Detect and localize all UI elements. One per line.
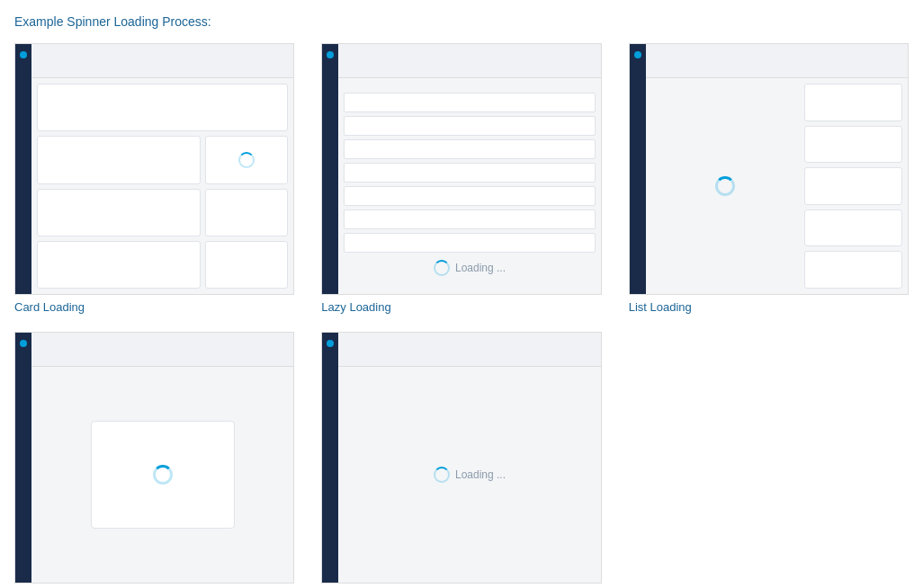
fullscreen-loading-row: Loading ... (434, 467, 506, 483)
lazy-row-2 (344, 116, 595, 136)
lazy-layout: Loading ... (338, 78, 600, 294)
card-loading-label: Card Loading (14, 300, 294, 314)
card-layout (31, 78, 293, 294)
lazy-loading-text: Loading ... (455, 262, 506, 274)
card-row-3 (37, 189, 288, 236)
preview-content-lazy: Loading ... (338, 78, 600, 294)
nav-dot (20, 51, 27, 58)
fullscreen-layout: Loading ... (338, 367, 600, 583)
card-box-bot-left (37, 241, 201, 289)
list-item-1 (804, 84, 902, 121)
modal-layout (31, 367, 293, 583)
lazy-loading-label: Lazy Loading (321, 300, 601, 314)
list-item-3 (804, 167, 902, 205)
card-box-spinner (205, 136, 288, 183)
modal-loading-preview (14, 332, 294, 584)
preview-header (31, 44, 293, 78)
fullscreen-loading-text: Loading ... (455, 468, 506, 481)
modal-spinner (153, 465, 173, 485)
card-box-mid-right (205, 189, 288, 236)
preview-header-list (646, 44, 908, 78)
preview-header-lazy (338, 44, 600, 78)
modal-loading-item: Modal Loading (14, 332, 294, 588)
page-title: Example Spinner Loading Process: (14, 14, 909, 29)
list-item-2 (804, 126, 902, 164)
list-item-5 (804, 251, 902, 289)
card-box-left (37, 136, 201, 183)
fullscreen-loading-preview: Loading ... (321, 332, 601, 584)
card-row-1 (37, 84, 288, 131)
nav-bar-lazy (322, 44, 338, 294)
card-loading-preview (14, 43, 294, 295)
card-loading-item: Card Loading (14, 43, 294, 314)
lazy-loading-item: Loading ... Lazy Loading (321, 43, 601, 314)
nav-dot-lazy (327, 51, 334, 58)
nav-bar (15, 44, 31, 294)
card-box-bot-right (205, 241, 288, 289)
preview-header-fullscreen (338, 333, 600, 367)
preview-content-modal (31, 367, 293, 583)
nav-bar-list (630, 44, 646, 294)
card-row-4 (37, 241, 288, 289)
modal-box (91, 421, 235, 529)
list-spinner (715, 176, 735, 196)
lazy-row-4 (344, 163, 595, 183)
examples-grid: Card Loading Loading ... (14, 43, 909, 588)
lazy-loading-bar: Loading ... (344, 256, 595, 280)
list-layout (646, 78, 908, 294)
preview-content-fullscreen: Loading ... (338, 367, 600, 583)
nav-dot-list (634, 51, 641, 58)
nav-bar-modal (15, 333, 31, 583)
lazy-row-6 (344, 209, 595, 229)
card-box-header (37, 84, 288, 131)
card-row-2 (37, 136, 288, 183)
preview-content (31, 78, 293, 294)
lazy-row-7 (344, 233, 595, 253)
card-spinner (238, 152, 255, 168)
list-loading-item: List Loading (629, 43, 909, 314)
list-item-4 (804, 209, 902, 247)
lazy-row-5 (344, 186, 595, 206)
preview-content-list (646, 78, 908, 294)
nav-dot-fullscreen (327, 340, 334, 347)
list-loading-label: List Loading (629, 300, 909, 314)
nav-bar-fullscreen (322, 333, 338, 583)
preview-header-modal (31, 333, 293, 367)
fullscreen-spinner (434, 467, 450, 483)
lazy-loading-preview: Loading ... (321, 43, 601, 295)
lazy-row-1 (344, 93, 595, 112)
nav-dot-modal (20, 340, 27, 347)
lazy-row-3 (344, 139, 595, 159)
lazy-spinner (434, 260, 450, 276)
list-right (804, 84, 902, 289)
card-box-mid-left (37, 189, 201, 236)
fullscreen-loading-item: Loading ... Full Screen Loading (321, 332, 601, 588)
list-loading-preview (629, 43, 909, 295)
list-sidebar (651, 84, 799, 289)
